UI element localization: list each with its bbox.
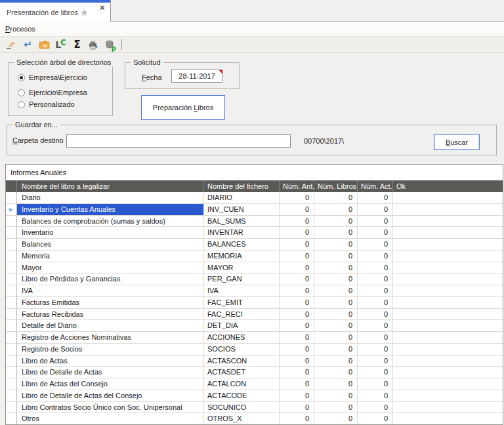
- table-cell[interactable]: 0: [358, 378, 393, 390]
- table-row[interactable]: Facturas RecibidasFAC_RECI000: [6, 309, 503, 321]
- table-cell[interactable]: 0: [314, 216, 358, 228]
- table-row[interactable]: InventarioINVENTAR000: [6, 227, 503, 239]
- table-cell[interactable]: MEMORIA: [204, 251, 280, 262]
- table-cell[interactable]: 0: [358, 367, 393, 378]
- table-cell[interactable]: Registro de Acciones Nominativas: [17, 332, 204, 344]
- table-cell[interactable]: 0: [314, 239, 358, 251]
- table-cell[interactable]: 0: [358, 262, 393, 274]
- table-cell[interactable]: 0: [280, 204, 314, 216]
- table-cell[interactable]: Libro de Detalle de Actas del Consejo: [17, 390, 204, 402]
- table-cell[interactable]: 0: [280, 378, 314, 390]
- sum-sigma-icon[interactable]: Σ: [71, 39, 83, 51]
- table-cell[interactable]: 0: [314, 262, 358, 274]
- table-cell[interactable]: 0: [314, 273, 358, 285]
- table-cell[interactable]: 0: [358, 320, 393, 332]
- radio-option[interactable]: Empresa\Ejercicio: [18, 73, 87, 82]
- radio-button[interactable]: [18, 89, 25, 96]
- table-cell[interactable]: 0: [314, 320, 358, 332]
- radio-button[interactable]: [18, 74, 25, 81]
- table-cell[interactable]: ACTALCON: [204, 378, 280, 390]
- table-cell[interactable]: FAC_EMIT: [204, 297, 280, 309]
- table-cell[interactable]: [393, 273, 503, 285]
- table-cell[interactable]: [393, 378, 503, 390]
- table-cell[interactable]: 0: [280, 355, 314, 367]
- table-row[interactable]: Libro de Actas del ConsejoACTALCON000: [6, 378, 503, 390]
- table-row[interactable]: Libro de ActasACTASCON000: [6, 355, 503, 367]
- table-cell[interactable]: 0: [314, 251, 358, 262]
- row-selector[interactable]: [6, 192, 17, 204]
- table-cell[interactable]: 0: [358, 192, 393, 204]
- buscar-button[interactable]: Buscar: [434, 134, 480, 150]
- table-cell[interactable]: Facturas Recibidas: [17, 309, 204, 321]
- table-cell[interactable]: ACTASDET: [204, 367, 280, 378]
- row-selector[interactable]: ▶: [6, 204, 17, 216]
- table-row[interactable]: IVAIVA000: [6, 285, 503, 297]
- table-cell[interactable]: 0: [358, 216, 393, 228]
- table-cell[interactable]: 0: [314, 192, 358, 204]
- table-cell[interactable]: Balances: [17, 239, 204, 251]
- radio-option[interactable]: Personalizado: [18, 100, 75, 109]
- return-arrow-icon[interactable]: ↵: [22, 39, 34, 51]
- menu-procesos[interactable]: Procesos: [3, 22, 38, 36]
- table-cell[interactable]: 0: [280, 332, 314, 344]
- table-cell[interactable]: 0: [358, 355, 393, 367]
- table-cell[interactable]: Facturas Emitidas: [17, 297, 204, 309]
- table-cell[interactable]: IVA: [17, 285, 204, 297]
- table-cell[interactable]: [393, 285, 503, 297]
- table-cell[interactable]: [393, 344, 503, 355]
- table-cell[interactable]: 0: [280, 273, 314, 285]
- table-cell[interactable]: INV_CUEN: [204, 204, 280, 216]
- table-cell[interactable]: [393, 355, 503, 367]
- row-selector[interactable]: [6, 297, 17, 309]
- table-cell[interactable]: [393, 332, 503, 344]
- table-row[interactable]: OtrosOTROS_X000: [6, 413, 503, 425]
- table-cell[interactable]: 0: [358, 251, 393, 262]
- table-cell[interactable]: [393, 367, 503, 378]
- table-cell[interactable]: 0: [314, 285, 358, 297]
- tab-presentacion-de-libros[interactable]: Presentación de libros ★ ×: [0, 0, 111, 22]
- table-cell[interactable]: 0: [358, 285, 393, 297]
- table-cell[interactable]: [393, 320, 503, 332]
- row-selector[interactable]: [6, 413, 17, 425]
- table-cell[interactable]: 0: [358, 309, 393, 321]
- table-cell[interactable]: 0: [280, 285, 314, 297]
- table-cell[interactable]: 0: [358, 297, 393, 309]
- row-selector[interactable]: [6, 262, 17, 274]
- column-header[interactable]: Ok: [393, 180, 503, 192]
- radio-button[interactable]: [18, 101, 25, 108]
- table-cell[interactable]: 0: [280, 262, 314, 274]
- carpeta-destino-input[interactable]: [66, 134, 291, 148]
- table-cell[interactable]: 0: [314, 402, 358, 414]
- table-cell[interactable]: IVA: [204, 285, 280, 297]
- table-cell[interactable]: 0: [358, 273, 393, 285]
- table-cell[interactable]: 0: [314, 355, 358, 367]
- table-cell[interactable]: 0: [314, 227, 358, 239]
- table-cell[interactable]: ACCIONES: [204, 332, 280, 344]
- table-cell[interactable]: BAL_SUMS: [204, 216, 280, 228]
- table-cell[interactable]: INVENTAR: [204, 227, 280, 239]
- table-row[interactable]: Detalle del DiarioDET_DIA000: [6, 320, 503, 332]
- table-cell[interactable]: 0: [280, 297, 314, 309]
- table-cell[interactable]: 0: [358, 227, 393, 239]
- table-cell[interactable]: 0: [280, 192, 314, 204]
- table-row[interactable]: Registro de Acciones NominativasACCIONES…: [6, 332, 503, 344]
- table-cell[interactable]: SOCUNICO: [204, 402, 280, 414]
- table-cell[interactable]: 0: [314, 390, 358, 402]
- column-header[interactable]: Núm. Ant.: [280, 180, 314, 192]
- table-cell[interactable]: 0: [280, 344, 314, 355]
- lc-legalization-icon[interactable]: L C: [54, 39, 67, 51]
- table-cell[interactable]: [393, 297, 503, 309]
- table-cell[interactable]: [393, 413, 503, 425]
- open-folder-icon[interactable]: [38, 39, 51, 51]
- fecha-input[interactable]: 28-11-2017: [171, 70, 222, 83]
- table-cell[interactable]: Libro de Pérdidas y Ganancias: [17, 273, 204, 285]
- table-cell[interactable]: BALANCES: [204, 239, 280, 251]
- table-cell[interactable]: Detalle del Diario: [17, 320, 204, 332]
- table-cell[interactable]: 0: [314, 367, 358, 378]
- column-header[interactable]: Núm. Act.: [358, 180, 393, 192]
- radio-option[interactable]: Ejercicio\Empresa: [18, 88, 87, 97]
- table-cell[interactable]: 0: [314, 297, 358, 309]
- table-cell[interactable]: 0: [280, 390, 314, 402]
- table-cell[interactable]: Otros: [17, 413, 204, 425]
- table-cell[interactable]: 0: [280, 216, 314, 228]
